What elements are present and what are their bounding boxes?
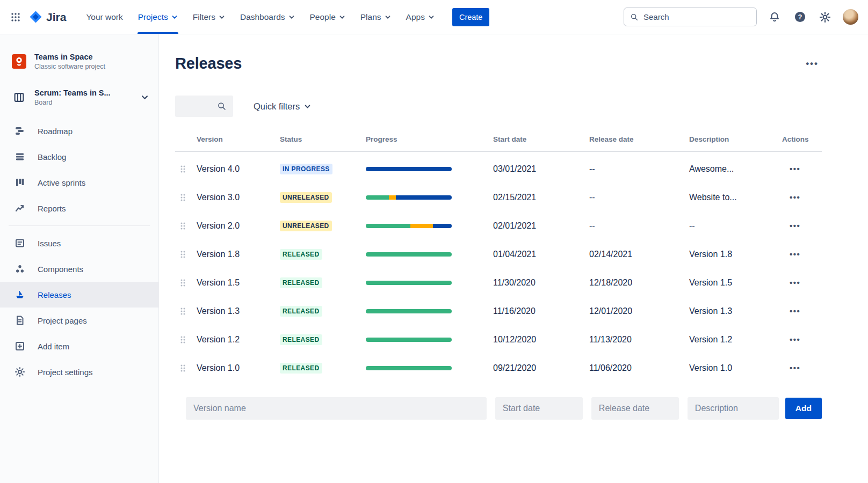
drag-handle-icon[interactable] [175, 250, 197, 259]
row-actions-button[interactable]: ••• [790, 363, 800, 372]
column-header-release-date: Release date [589, 135, 689, 143]
user-avatar[interactable] [843, 9, 858, 25]
version-name[interactable]: Version 1.0 [197, 363, 280, 373]
sidebar-item-reports[interactable]: Reports [0, 195, 158, 221]
version-name[interactable]: Version 1.2 [197, 335, 280, 345]
description: Version 1.2 [689, 335, 782, 345]
table-row: Version 2.0 UNRELEASED 02/01/2021 -- -- … [175, 211, 822, 240]
svg-text:?: ? [798, 13, 802, 21]
release-date: -- [589, 221, 689, 231]
create-button[interactable]: Create [452, 8, 490, 26]
drag-handle-icon[interactable] [175, 222, 197, 230]
description: Version 1.0 [689, 363, 782, 373]
version-name-input[interactable] [186, 397, 487, 420]
board-switcher[interactable]: Scrum: Teams in S... Board [0, 82, 158, 113]
sidebar-item-label: Project pages [38, 316, 87, 325]
row-actions-button[interactable]: ••• [790, 306, 800, 316]
navbar-item-projects[interactable]: Projects [132, 0, 184, 34]
version-name[interactable]: Version 1.5 [197, 278, 280, 288]
chevron-down-icon [141, 93, 149, 101]
row-actions-button[interactable]: ••• [790, 250, 800, 259]
release-search-box[interactable] [175, 96, 233, 117]
help-button[interactable]: ? [792, 10, 807, 25]
description: -- [689, 221, 782, 231]
row-actions-button[interactable]: ••• [790, 335, 800, 344]
release-date-input[interactable] [591, 397, 679, 420]
sidebar-item-roadmap[interactable]: Roadmap [0, 118, 158, 144]
drag-handle-icon[interactable] [175, 165, 197, 173]
progress-bar [366, 167, 452, 171]
navbar-item-dashboards[interactable]: Dashboards [234, 0, 301, 34]
navbar-item-filters[interactable]: Filters [187, 0, 231, 34]
drag-handle-icon[interactable] [175, 335, 197, 344]
row-actions-button[interactable]: ••• [790, 278, 800, 287]
app-switcher-button[interactable] [6, 8, 25, 26]
drag-handle-icon[interactable] [175, 364, 197, 372]
drag-handle-icon[interactable] [175, 193, 197, 202]
page-title: Releases [175, 55, 242, 72]
sidebar-item-backlog[interactable]: Backlog [0, 144, 158, 170]
start-date: 02/01/2021 [493, 221, 589, 231]
add-button[interactable]: Add [785, 398, 822, 419]
notifications-button[interactable] [767, 10, 782, 25]
start-date: 02/15/2021 [493, 193, 589, 202]
description: Version 1.3 [689, 306, 782, 316]
navbar-item-people[interactable]: People [304, 0, 351, 34]
active-sprints-icon [15, 177, 26, 188]
description: Version 1.8 [689, 250, 782, 259]
drag-handle-icon[interactable] [175, 279, 197, 287]
sidebar-item-project-settings[interactable]: Project settings [0, 359, 158, 385]
table-row: Version 1.8 RELEASED 01/04/2021 02/14/20… [175, 240, 822, 268]
search-input[interactable] [643, 12, 750, 21]
progress-bar [366, 252, 452, 257]
sidebar-item-active-sprints[interactable]: Active sprints [0, 170, 158, 195]
settings-button[interactable] [818, 10, 833, 25]
status-badge: IN PROGRESS [280, 164, 332, 174]
version-name[interactable]: Version 1.8 [197, 250, 280, 259]
navbar-item-apps[interactable]: Apps [400, 0, 440, 34]
release-search-input[interactable] [182, 102, 217, 111]
row-actions-button[interactable]: ••• [790, 193, 800, 202]
release-date: 12/18/2020 [589, 278, 689, 288]
releases-icon [15, 289, 26, 300]
sidebar-item-issues[interactable]: Issues [0, 230, 158, 256]
sidebar-item-project-pages[interactable]: Project pages [0, 308, 158, 333]
start-date-input[interactable] [495, 397, 583, 420]
global-search[interactable] [624, 8, 757, 26]
row-actions-button[interactable]: ••• [790, 221, 800, 230]
description-input[interactable] [688, 397, 779, 420]
row-actions-button[interactable]: ••• [790, 164, 800, 173]
releases-table: VersionStatusProgressStart dateRelease d… [175, 135, 822, 382]
sidebar-item-add-item[interactable]: Add item [0, 333, 158, 359]
table-row: Version 1.5 RELEASED 11/30/2020 12/18/20… [175, 268, 822, 297]
jira-logo[interactable]: Jira [29, 10, 66, 24]
roadmap-icon [15, 126, 26, 136]
table-row: Version 1.0 RELEASED 09/21/2020 11/06/20… [175, 354, 822, 382]
release-date: 02/14/2021 [589, 250, 689, 259]
sidebar-item-releases[interactable]: Releases [0, 282, 158, 308]
version-name[interactable]: Version 1.3 [197, 306, 280, 316]
navbar-item-your-work[interactable]: Your work [80, 0, 128, 34]
version-name[interactable]: Version 4.0 [197, 164, 280, 174]
column-header-progress: Progress [366, 135, 493, 143]
description: Version 1.5 [689, 278, 782, 288]
issues-icon [15, 238, 26, 248]
navbar-item-plans[interactable]: Plans [355, 0, 397, 34]
navbar-item-label: Filters [193, 12, 215, 22]
start-date: 10/12/2020 [493, 335, 589, 345]
release-date: 11/13/2020 [589, 335, 689, 345]
quick-filters-dropdown[interactable]: Quick filters [254, 101, 311, 112]
chevron-down-icon [288, 14, 295, 20]
quick-filters-label: Quick filters [254, 101, 300, 112]
progress-bar [366, 281, 452, 285]
version-name[interactable]: Version 3.0 [197, 193, 280, 202]
sidebar-item-label: Add item [38, 342, 69, 351]
sidebar-item-components[interactable]: Components [0, 256, 158, 282]
search-icon [630, 13, 639, 21]
version-name[interactable]: Version 2.0 [197, 221, 280, 231]
project-header: Teams in Space Classic software project [0, 50, 158, 78]
drag-handle-icon[interactable] [175, 307, 197, 316]
page-actions-button[interactable]: ••• [802, 56, 822, 71]
progress-bar [366, 195, 452, 200]
status-badge: RELEASED [280, 363, 322, 374]
